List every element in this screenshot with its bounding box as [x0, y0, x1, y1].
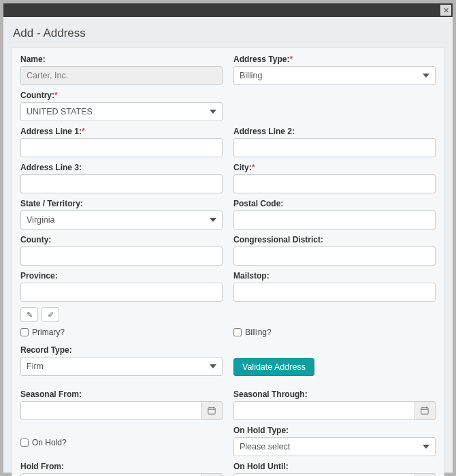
seasonal-through-label: Seasonal Through:	[233, 390, 436, 399]
addr1-field[interactable]	[20, 138, 223, 157]
primary-checkbox[interactable]	[20, 328, 29, 336]
on-hold-until-label: On Hold Until:	[233, 462, 436, 471]
name-field	[20, 66, 223, 85]
city-field[interactable]	[233, 174, 436, 193]
congressional-field[interactable]	[233, 247, 436, 266]
province-field[interactable]	[20, 283, 223, 302]
seasonal-through-field[interactable]	[233, 401, 415, 420]
province-label: Province:	[20, 271, 223, 281]
calendar-icon[interactable]	[202, 473, 223, 476]
seasonal-from-label: Seasonal From:	[20, 390, 223, 399]
county-label: County:	[20, 235, 223, 244]
congressional-label: Congressional District:	[233, 235, 436, 244]
billing-label: Billing?	[245, 328, 272, 337]
on-hold-until-field[interactable]	[233, 473, 415, 476]
addr3-label: Address Line 3:	[20, 163, 223, 172]
close-icon[interactable]: ✕	[440, 5, 451, 16]
page-title: Add - Address	[13, 27, 444, 40]
calendar-icon[interactable]	[415, 473, 436, 476]
addr3-field[interactable]	[20, 174, 223, 193]
name-label: Name:	[20, 54, 223, 64]
on-hold-checkbox[interactable]	[20, 439, 29, 447]
mailstop-field[interactable]	[233, 283, 436, 302]
validate-address-button[interactable]: Validate Address	[233, 358, 314, 376]
address-type-select[interactable]: Billing	[233, 66, 436, 85]
record-type-label: Record Type:	[20, 345, 223, 355]
postal-label: Postal Code:	[233, 199, 436, 208]
hold-from-label: Hold From:	[20, 462, 223, 471]
state-select[interactable]: Virginia	[20, 210, 223, 229]
seasonal-from-field[interactable]	[20, 401, 202, 420]
form-panel: Name: Address Type:* Billing Country:* U…	[12, 47, 444, 476]
svg-rect-4	[421, 408, 428, 414]
hold-from-field[interactable]	[20, 473, 202, 476]
addr1-label: Address Line 1:*	[20, 127, 223, 136]
calendar-icon[interactable]	[415, 401, 436, 420]
svg-rect-0	[208, 408, 215, 414]
addr2-field[interactable]	[233, 138, 436, 157]
mailstop-label: Mailstop:	[233, 271, 436, 281]
state-label: State / Territory:	[20, 199, 223, 208]
on-hold-type-label: On Hold Type:	[233, 426, 436, 435]
calendar-icon[interactable]	[202, 401, 223, 420]
content-area: Add - Address Name: Address Type:* Billi…	[3, 17, 453, 476]
edit-note-icon[interactable]: ✐	[42, 307, 59, 322]
record-type-select[interactable]: Firm	[20, 357, 223, 376]
billing-checkbox[interactable]	[233, 328, 242, 336]
on-hold-type-select[interactable]: Please select	[233, 437, 436, 456]
addr2-label: Address Line 2:	[233, 127, 436, 136]
primary-label: Primary?	[32, 328, 65, 337]
country-label: Country:*	[20, 91, 223, 100]
on-hold-label: On Hold?	[32, 438, 67, 447]
pencil-icon[interactable]: ✎	[20, 307, 38, 322]
address-type-label: Address Type:*	[233, 54, 436, 64]
county-field[interactable]	[20, 247, 223, 266]
country-select[interactable]: UNITED STATES	[20, 102, 223, 121]
postal-field[interactable]	[233, 210, 436, 229]
modal-window: ✕ Add - Address Name: Address Type:* Bil…	[3, 3, 453, 473]
city-label: City:*	[233, 163, 436, 172]
titlebar: ✕	[3, 3, 453, 17]
